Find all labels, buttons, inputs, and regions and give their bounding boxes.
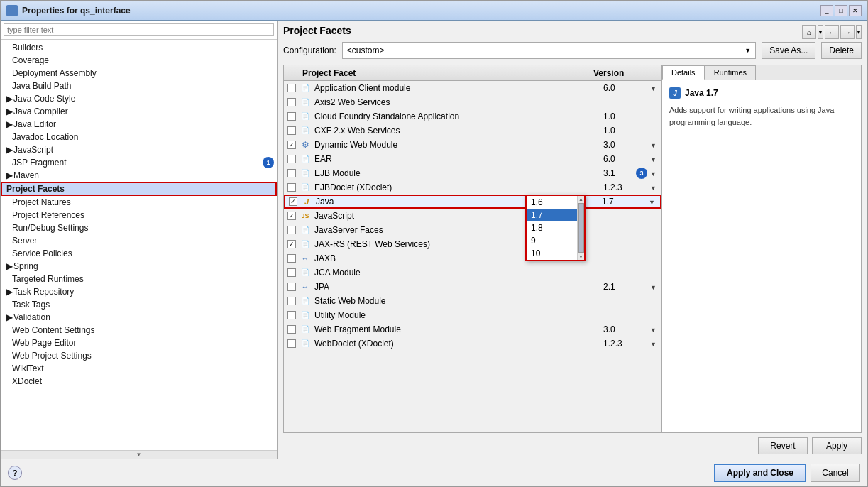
sidebar-item-java-editor[interactable]: ▶Java Editor — [1, 118, 277, 131]
sidebar-item-validation[interactable]: ▶Validation — [1, 311, 277, 324]
facet-row-utility[interactable]: 📄 Utility Module — [284, 308, 661, 322]
sidebar-item-xdoclet[interactable]: XDoclet — [1, 375, 277, 388]
facet-row-jpa[interactable]: ↔ JPA 2.1 ▼ — [284, 280, 661, 294]
nav-back-button[interactable]: ← — [825, 25, 839, 39]
facet-row-javascript[interactable]: JS JavaScript — [284, 209, 661, 223]
delete-button[interactable]: Delete — [821, 42, 862, 59]
version-option-10[interactable]: 10 — [527, 247, 577, 260]
checkbox-jax-rs[interactable] — [287, 240, 296, 248]
checkbox-webdoclet[interactable] — [287, 339, 296, 348]
sidebar-item-java-compiler[interactable]: ▶Java Compiler — [1, 105, 277, 118]
facet-row-axis2[interactable]: 📄 Axis2 Web Services — [284, 95, 661, 109]
facet-row-ejbdoclet[interactable]: 📄 EJBDoclet (XDoclet) 1.2.3 ▼ — [284, 180, 661, 195]
checkbox-dynamic-web[interactable] — [287, 141, 296, 149]
scroll-thumb[interactable] — [578, 203, 584, 253]
checkbox-jca[interactable] — [287, 268, 296, 277]
sidebar-item-targeted-runtimes[interactable]: Targeted Runtimes — [1, 273, 277, 285]
checkbox-ear[interactable] — [287, 155, 296, 163]
sidebar-item-service-policies[interactable]: Service Policies — [1, 247, 277, 260]
checkbox-web-fragment[interactable] — [287, 325, 296, 334]
checkbox-jpa[interactable] — [287, 283, 296, 291]
dropdown-scrollbar: ▲ ▼ — [577, 196, 584, 260]
version-option-9[interactable]: 9 — [527, 234, 577, 247]
checkbox-jsf[interactable] — [287, 226, 296, 234]
facet-row-cloud-foundry[interactable]: 📄 Cloud Foundry Standalone Application 1… — [284, 109, 661, 124]
checkbox-app-client[interactable] — [287, 84, 296, 92]
sidebar-item-label: Run/Debug Settings — [12, 223, 88, 233]
version-option-18[interactable]: 1.8 — [527, 221, 577, 234]
sidebar-item-coverage[interactable]: Coverage — [1, 54, 277, 67]
facet-row-web-fragment[interactable]: 📄 Web Fragment Module 3.0 ▼ — [284, 322, 661, 336]
facet-row-jaxb[interactable]: ↔ JAXB — [284, 251, 661, 266]
sidebar-item-run-debug[interactable]: Run/Debug Settings — [1, 221, 277, 234]
nav-forward-button[interactable]: → — [840, 25, 855, 39]
sidebar-item-task-tags[interactable]: Task Tags — [1, 298, 277, 311]
sidebar-item-javascript[interactable]: ▶JavaScript — [1, 143, 277, 156]
cancel-button[interactable]: Cancel — [811, 464, 860, 482]
checkbox-axis2[interactable] — [287, 98, 296, 106]
sidebar-item-label: Project Facets — [6, 184, 65, 194]
nav-dropdown-button[interactable]: ▼ — [818, 25, 823, 39]
checkbox-cloud-foundry[interactable] — [287, 112, 296, 121]
sidebar-item-wikitext[interactable]: WikiText — [1, 362, 277, 375]
filter-input[interactable] — [4, 23, 274, 36]
configuration-combo[interactable]: <custom> ▼ — [342, 42, 757, 59]
facet-row-jax-rs[interactable]: 📄 JAX-RS (REST Web Services) — [284, 237, 661, 251]
sidebar-item-web-page[interactable]: Web Page Editor — [1, 336, 277, 349]
version-option-16[interactable]: 1.6 — [527, 196, 577, 209]
checkbox-utility[interactable] — [287, 311, 296, 319]
sidebar-item-builders[interactable]: Builders — [1, 41, 277, 54]
facet-row-ear[interactable]: 📄 EAR 6.0 ▼ — [284, 152, 661, 166]
sidebar-item-java-build-path[interactable]: Java Build Path — [1, 80, 277, 92]
badge-1: 1 — [263, 157, 274, 168]
nav-more-button[interactable]: ▼ — [856, 25, 862, 39]
checkbox-static-web[interactable] — [287, 297, 296, 305]
sidebar-item-web-content[interactable]: Web Content Settings — [1, 324, 277, 336]
sidebar-item-javadoc[interactable]: Javadoc Location — [1, 131, 277, 143]
sidebar-item-label: Web Page Editor — [12, 338, 77, 348]
facet-row-app-client[interactable]: 📄 Application Client module 6.0 ▼ — [284, 81, 661, 95]
tab-details[interactable]: Details — [662, 65, 705, 80]
sidebar-item-project-natures[interactable]: Project Natures — [1, 196, 277, 209]
sidebar-item-label: Maven — [13, 170, 39, 180]
revert-button[interactable]: Revert — [758, 437, 808, 454]
sidebar-item-maven[interactable]: ▶Maven — [1, 169, 277, 182]
nav-home-button[interactable]: ⌂ — [802, 25, 816, 39]
sidebar-item-label: Java Build Path — [12, 81, 71, 91]
sidebar-item-project-facets[interactable]: Project Facets — [1, 182, 277, 196]
sidebar-item-task-repository[interactable]: ▶Task Repository — [1, 285, 277, 298]
sidebar-item-java-code-style[interactable]: ▶Java Code Style — [1, 92, 277, 105]
sidebar-item-server[interactable]: Server — [1, 234, 277, 247]
facet-row-webdoclet[interactable]: 📄 WebDoclet (XDoclet) 1.2.3 ▼ — [284, 336, 661, 351]
facet-row-static-web[interactable]: 📄 Static Web Module — [284, 294, 661, 308]
icon-jpa: ↔ — [300, 281, 311, 292]
checkbox-java[interactable] — [289, 197, 297, 206]
sidebar-item-spring[interactable]: ▶Spring — [1, 260, 277, 273]
minimize-button[interactable]: _ — [820, 5, 833, 16]
help-button[interactable]: ? — [8, 466, 22, 480]
facet-row-jca[interactable]: 📄 JCA Module — [284, 266, 661, 280]
sidebar-item-project-references[interactable]: Project References — [1, 209, 277, 221]
sidebar-item-web-project[interactable]: Web Project Settings — [1, 349, 277, 362]
sidebar-item-jsp[interactable]: JSP Fragment 1 — [1, 156, 277, 169]
checkbox-cxf[interactable] — [287, 126, 296, 135]
apply-button[interactable]: Apply — [812, 437, 862, 454]
facet-row-java[interactable]: J Java 1.7 ▼ — [284, 195, 661, 209]
apply-close-button[interactable]: Apply and Close — [714, 464, 806, 482]
facet-row-dynamic-web[interactable]: ⚙ Dynamic Web Module 3.0 ▼ — [284, 138, 661, 152]
scroll-down[interactable]: ▼ — [578, 254, 583, 259]
checkbox-ejbdoclet[interactable] — [287, 183, 296, 192]
facet-row-cxf[interactable]: 📄 CXF 2.x Web Services 1.0 — [284, 124, 661, 138]
tab-runtimes[interactable]: Runtimes — [705, 65, 756, 80]
version-option-17[interactable]: 1.7 — [527, 209, 577, 221]
checkbox-ejb[interactable] — [287, 169, 296, 177]
facet-row-jsf[interactable]: 📄 JavaServer Faces — [284, 223, 661, 237]
checkbox-jaxb[interactable] — [287, 254, 296, 263]
maximize-button[interactable]: □ — [835, 5, 847, 16]
close-button[interactable]: ✕ — [849, 5, 862, 16]
checkbox-javascript[interactable] — [287, 212, 296, 220]
save-as-button[interactable]: Save As... — [762, 42, 815, 59]
scroll-up[interactable]: ▲ — [578, 197, 583, 202]
facet-row-ejb[interactable]: 📄 EJB Module 3.1 ▼ 3 — [284, 166, 661, 180]
sidebar-item-deployment[interactable]: Deployment Assembly — [1, 67, 277, 80]
